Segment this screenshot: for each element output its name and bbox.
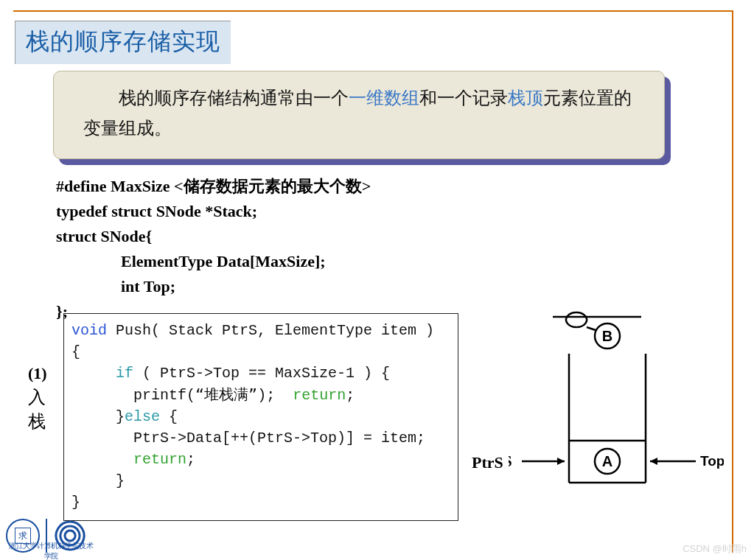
- code-frag: printf(: [71, 387, 195, 404]
- code-frag: [71, 365, 116, 382]
- push-label: (1) 入 栈: [28, 363, 47, 435]
- intro-frag: 栈的顺序存储结构通常由一个: [119, 88, 349, 108]
- code-line: typedef struct SNode *Stack;: [56, 199, 371, 224]
- code-frag: }: [71, 472, 125, 489]
- code-frag: {: [160, 408, 178, 425]
- kw-return: return: [293, 387, 346, 404]
- struct-definition-code: #define MaxSize <储存数据元素的最大个数> typedef st…: [56, 174, 371, 325]
- code-frag-zh: 储存数据元素的最大个数: [184, 177, 362, 195]
- stack-diagram: B A PtrS Top: [509, 309, 724, 501]
- code-frag: >: [362, 177, 371, 195]
- code-frag: Push( Stack PtrS, ElementType item ): [107, 322, 434, 339]
- code-line: #define MaxSize <储存数据元素的最大个数>: [56, 174, 371, 199]
- code-frag: [71, 451, 133, 468]
- code-line: int Top;: [121, 274, 371, 299]
- intro-highlight-array: 一维数组: [349, 88, 419, 108]
- node-a-label: A: [602, 453, 612, 469]
- code-frag: ;: [186, 451, 195, 468]
- intro-box: 栈的顺序存储结构通常由一个一维数组和一个记录栈顶元素位置的变量组成。: [53, 71, 665, 159]
- code-frag: ( PtrS->Top == MaxSize-1 ) {: [133, 365, 390, 382]
- kw-else: else: [125, 408, 160, 425]
- watermark-text: CSDN @时雨h: [683, 542, 747, 556]
- node-b-label: B: [602, 328, 612, 344]
- code-frag: #define MaxSize <: [56, 177, 184, 195]
- kw-void: void: [71, 322, 107, 339]
- slide-title: 栈的顺序存储实现: [15, 21, 231, 64]
- code-line: struct SNode{: [56, 224, 371, 249]
- svg-line-1: [587, 327, 596, 330]
- intro-highlight-top: 栈顶: [508, 88, 543, 108]
- code-line: ElementType Data[MaxSize];: [121, 249, 371, 274]
- svg-marker-9: [557, 458, 565, 465]
- intro-frag: 和一个记录: [419, 88, 508, 108]
- top-label: Top: [700, 453, 724, 469]
- code-frag: );: [257, 387, 293, 404]
- code-frag: }: [71, 408, 125, 425]
- push-label-zh: 入: [28, 388, 46, 407]
- footer-org-text: 浙江大学计算机科学与技术学院: [6, 541, 96, 560]
- push-function-code: void Push( Stack PtrS, ElementType item …: [63, 313, 458, 521]
- ptrs-label: PtrS: [509, 452, 512, 470]
- ptrs-label-text: PtrS: [472, 453, 503, 472]
- code-frag: ;: [346, 387, 355, 404]
- push-label-zh: 栈: [28, 412, 46, 431]
- code-frag: }: [71, 494, 80, 511]
- intro-text: 栈的顺序存储结构通常由一个一维数组和一个记录栈顶元素位置的变量组成。: [53, 71, 665, 159]
- string-literal: “堆栈满”: [195, 385, 257, 403]
- code-frag: {: [71, 343, 80, 360]
- code-frag: PtrS->Data[++(PtrS->Top)] = item;: [71, 430, 425, 447]
- svg-marker-11: [650, 458, 657, 465]
- push-label-num: (1): [28, 364, 47, 382]
- kw-if: if: [116, 365, 133, 382]
- kw-return: return: [133, 451, 186, 468]
